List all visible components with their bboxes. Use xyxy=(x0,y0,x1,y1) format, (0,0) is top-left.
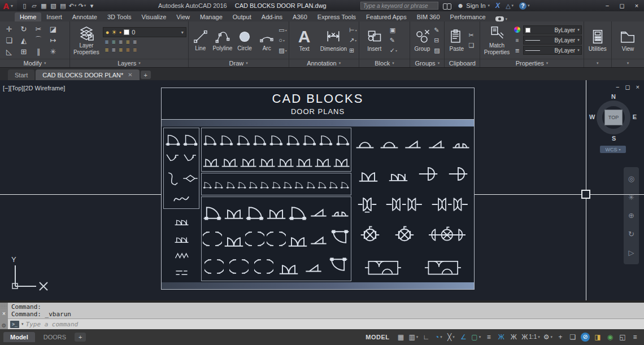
layer-tool-icon[interactable]: ≡ xyxy=(126,38,129,45)
layout-tab-doors[interactable]: DOORS xyxy=(37,332,73,342)
tab-add-ins[interactable]: Add-ins xyxy=(256,12,288,21)
lineweight-dropdown[interactable]: ByLayer▾ xyxy=(523,36,582,45)
door-block-double[interactable] xyxy=(315,152,331,168)
cut-button[interactable]: ✂ xyxy=(468,30,474,40)
door-block-single[interactable] xyxy=(302,132,317,146)
wcs-dropdown[interactable]: WCS▾ xyxy=(600,146,626,153)
door-block-single[interactable] xyxy=(249,180,258,189)
door-block-double[interactable] xyxy=(240,152,256,168)
rotate-icon[interactable]: ↻ xyxy=(16,23,31,34)
help-button[interactable]: ? ▾ xyxy=(519,2,530,10)
search-input[interactable]: Type a keyword or phrase xyxy=(360,2,438,10)
door-block-single[interactable] xyxy=(294,180,303,189)
layer-tool-icon[interactable]: ≡ xyxy=(119,38,123,45)
door-block-halfcircle[interactable] xyxy=(355,133,375,152)
drag-grip-icon[interactable]: :::::::: xyxy=(1,304,7,308)
door-block-single[interactable] xyxy=(329,257,348,276)
door-block-triplem[interactable] xyxy=(175,213,189,227)
dimension-button[interactable]: Dimension xyxy=(320,28,347,53)
new-drawing-button[interactable]: + xyxy=(141,71,151,79)
door-block-single[interactable] xyxy=(236,132,251,146)
annotation-panel-label[interactable]: Annotation▾ xyxy=(289,59,359,67)
navigation-bar[interactable]: ◎✳⊕↻▷ xyxy=(624,167,639,264)
qat-customize-button[interactable]: ▾ xyxy=(88,1,96,10)
plot-button[interactable]: ▤ xyxy=(59,1,67,10)
door-block-single[interactable] xyxy=(182,130,198,146)
layer-tool-icon[interactable]: ≡ xyxy=(126,46,129,53)
door-block-double[interactable] xyxy=(224,229,243,248)
model-space-button[interactable]: MODEL xyxy=(361,334,394,340)
mirror-icon[interactable]: ◭ xyxy=(16,34,31,46)
door-block-single[interactable] xyxy=(165,130,181,146)
door-block-bowtie[interactable] xyxy=(358,195,377,214)
viewcube-east[interactable]: E xyxy=(633,113,637,120)
door-block-swingr[interactable] xyxy=(419,164,438,184)
door-block-vee[interactable] xyxy=(182,150,198,166)
door-block-smalltri[interactable] xyxy=(309,202,328,221)
layout-tab-model[interactable]: Model xyxy=(3,332,35,342)
insert-block-button[interactable]: Insert xyxy=(361,28,388,53)
tab-performance[interactable]: Performance xyxy=(445,12,491,21)
door-block-bowtiewide[interactable] xyxy=(432,195,468,214)
door-block-smalltri[interactable] xyxy=(427,133,446,152)
exchange-apps-button[interactable]: X xyxy=(495,2,500,10)
door-block-single[interactable] xyxy=(260,180,269,189)
layer-tool-icon[interactable]: ≡ xyxy=(112,46,115,53)
fullscreen-button[interactable]: ◱ xyxy=(617,331,628,343)
move-icon[interactable]: ✛ xyxy=(2,23,16,34)
grid-display-button[interactable]: ▦ xyxy=(395,331,406,343)
tab-a360[interactable]: A360 xyxy=(288,12,312,21)
door-block-smalltri[interactable] xyxy=(309,229,328,248)
layer-tool-icon[interactable]: ≡ xyxy=(105,46,108,53)
door-block-double[interactable] xyxy=(333,152,350,168)
clean-screen-button[interactable]: ◨ xyxy=(592,331,603,343)
line-button[interactable]: Line xyxy=(190,29,211,51)
pan-hand-icon[interactable]: ✳ xyxy=(628,193,634,202)
door-block-single[interactable] xyxy=(283,180,292,189)
workspace-switching-button[interactable]: ⚙▾ xyxy=(542,331,554,343)
tab-3d-tools[interactable]: 3D Tools xyxy=(102,12,137,21)
door-block-smallpair[interactable] xyxy=(330,202,350,221)
new-layout-button[interactable]: + xyxy=(75,333,86,342)
ribbon-display-toggle[interactable]: ▾ xyxy=(495,16,508,21)
layer-tool-icon[interactable]: ≡ xyxy=(105,38,108,45)
door-block-single[interactable] xyxy=(317,180,327,189)
viewport-restore-button[interactable]: ◻ xyxy=(625,84,630,91)
wrench-icon[interactable]: ⚙ xyxy=(2,322,7,329)
autoscale-annotation-button[interactable]: Ж xyxy=(508,331,519,343)
performance-monitor-button[interactable]: ◉ xyxy=(604,331,616,343)
application-menu-button[interactable]: A ▼ xyxy=(0,0,17,11)
leader-button[interactable]: ↗▾ xyxy=(349,36,357,45)
text-button[interactable]: A Text xyxy=(291,28,318,53)
file-tab-start[interactable]: Start xyxy=(8,69,34,80)
file-tab-active[interactable]: CAD BLOCKS DOOR PLAN*✕ xyxy=(36,69,139,80)
copy-icon[interactable]: ❏ xyxy=(2,34,16,46)
fillet-icon[interactable]: ⌒ xyxy=(31,34,46,46)
door-block-single[interactable] xyxy=(336,132,350,146)
object-snap-tracking-button[interactable]: ∠ xyxy=(458,331,469,343)
orbit-icon[interactable]: ↻ xyxy=(628,230,634,238)
color-dropdown[interactable]: ByLayer▾ xyxy=(523,25,582,34)
close-command-icon[interactable]: × xyxy=(2,311,6,317)
door-block-double[interactable] xyxy=(279,257,298,276)
layer-tool-icon[interactable]: ≡ xyxy=(133,38,136,45)
search-icon[interactable] xyxy=(443,3,451,9)
modify-panel-label[interactable]: Modify▾ xyxy=(0,59,69,67)
viewcube-north[interactable]: N xyxy=(611,93,616,100)
save-as-button[interactable]: ▧ xyxy=(49,1,58,10)
paste-button[interactable]: Paste xyxy=(446,28,467,53)
chevron-down-icon[interactable]: ▾ xyxy=(21,322,24,326)
tab-home[interactable]: Home xyxy=(15,12,41,21)
trim-icon[interactable]: ✂ xyxy=(31,23,46,34)
match-properties-button[interactable]: Match Properties xyxy=(482,24,511,56)
door-block-single[interactable] xyxy=(214,180,223,189)
viewcube[interactable]: N S W E TOP xyxy=(592,96,635,139)
array-icon[interactable]: ⊞ xyxy=(16,46,31,57)
explode-icon[interactable]: ✳ xyxy=(46,46,60,57)
utilities-panel-label[interactable]: ▾ xyxy=(584,59,611,67)
door-blocks-table[interactable]: CAD BLOCKS DOOR PLANS xyxy=(161,88,475,290)
door-block-single[interactable] xyxy=(330,229,350,248)
door-block-single[interactable] xyxy=(226,180,235,189)
isolate-objects-button[interactable]: ❏ xyxy=(567,331,578,343)
layer-tool-icon[interactable]: ≡ xyxy=(119,46,123,53)
